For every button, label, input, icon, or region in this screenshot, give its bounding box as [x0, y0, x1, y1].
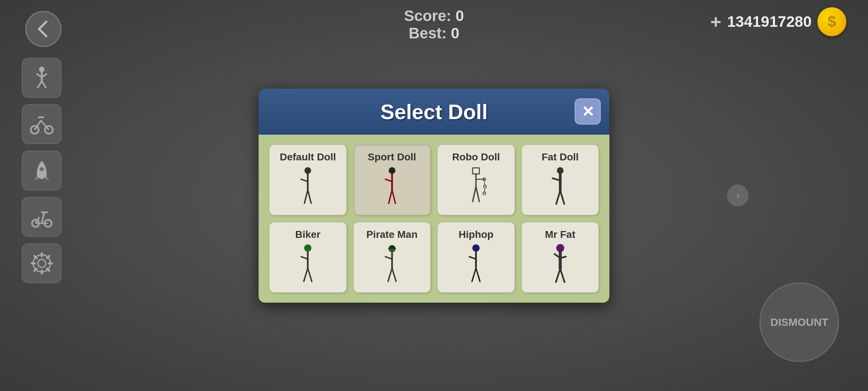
doll-figure-default	[275, 167, 341, 210]
svg-line-31	[301, 179, 308, 181]
scroll-indicator: ›	[727, 185, 749, 206]
doll-svg-biker	[292, 244, 324, 287]
scooter-icon	[30, 205, 54, 229]
best-value: 0	[451, 25, 459, 42]
svg-line-63	[392, 268, 396, 281]
svg-line-36	[385, 179, 392, 181]
doll-grid: Default Doll Sport Doll	[269, 145, 599, 293]
currency-amount: 1341917280	[727, 13, 812, 30]
best-text: Best:	[409, 25, 447, 42]
svg-point-54	[304, 244, 311, 251]
svg-line-73	[556, 269, 560, 282]
svg-point-42	[483, 178, 486, 180]
doll-figure-robo	[443, 167, 510, 210]
sidebar-item-scooter[interactable]	[22, 197, 61, 237]
gear-icon	[30, 252, 54, 275]
svg-line-32	[305, 190, 308, 203]
coin-icon: $	[817, 7, 846, 36]
doll-svg-default	[292, 167, 324, 210]
doll-svg-pirate	[376, 244, 408, 287]
doll-svg-hiphop	[460, 244, 492, 287]
select-doll-modal: Select Doll ✕ Default Doll	[259, 89, 609, 303]
svg-line-37	[389, 190, 392, 203]
svg-line-56	[301, 257, 308, 259]
bike-icon	[30, 113, 54, 136]
svg-point-20	[38, 259, 46, 267]
walk-icon	[30, 66, 54, 90]
doll-name-pirate: Pirate Man	[366, 229, 418, 240]
svg-line-38	[392, 190, 395, 203]
sidebar-item-walk[interactable]	[22, 58, 61, 98]
best-label: Best: 0	[404, 25, 464, 42]
dismount-label: DISMOUNT	[770, 316, 828, 328]
doll-card-default[interactable]: Default Doll	[269, 145, 346, 215]
score-label: Score: 0	[404, 7, 464, 25]
back-button[interactable]	[25, 11, 61, 47]
doll-svg-robo	[460, 167, 492, 210]
score-value: 0	[456, 7, 464, 24]
svg-rect-39	[473, 168, 479, 174]
svg-point-44	[484, 185, 486, 188]
svg-point-46	[483, 192, 486, 194]
svg-line-61	[385, 257, 392, 259]
svg-line-62	[388, 268, 392, 281]
doll-name-robo: Robo Doll	[452, 151, 500, 163]
svg-line-33	[308, 190, 311, 203]
svg-line-66	[469, 257, 476, 259]
score-area: Score: 0 Best: 0	[404, 7, 464, 42]
doll-figure-pirate	[359, 244, 426, 287]
doll-card-hiphop[interactable]: Hiphop	[438, 222, 515, 293]
svg-line-74	[560, 269, 565, 282]
doll-name-hiphop: Hiphop	[459, 229, 493, 240]
doll-card-robo[interactable]: Robo Doll	[438, 145, 515, 215]
dismount-button[interactable]: DISMOUNT	[760, 282, 839, 362]
doll-svg-mrfat	[544, 244, 576, 287]
svg-line-67	[472, 268, 476, 281]
svg-line-48	[476, 186, 479, 202]
doll-svg-sport	[376, 167, 408, 210]
doll-figure-fat	[527, 167, 594, 210]
svg-point-29	[305, 167, 311, 173]
modal-header: Select Doll ✕	[259, 89, 609, 135]
sidebar-item-gear[interactable]	[22, 243, 61, 283]
score-text: Score:	[404, 7, 451, 24]
svg-line-47	[473, 186, 476, 202]
sidebar	[22, 58, 61, 283]
svg-point-34	[389, 167, 395, 173]
svg-line-53	[560, 190, 564, 204]
doll-card-pirate[interactable]: Pirate Man	[354, 222, 431, 293]
doll-name-sport: Sport Doll	[368, 151, 416, 163]
doll-figure-hiphop	[443, 244, 510, 287]
svg-point-64	[472, 244, 480, 251]
doll-name-biker: Biker	[295, 229, 320, 240]
svg-line-16	[42, 213, 44, 223]
doll-name-fat: Fat Doll	[541, 151, 579, 163]
sidebar-item-rocket[interactable]	[22, 151, 61, 190]
doll-figure-sport	[359, 167, 426, 210]
doll-name-mrfat: Mr Fat	[545, 229, 575, 240]
svg-point-6	[31, 126, 39, 134]
doll-card-sport[interactable]: Sport Doll	[354, 145, 431, 215]
doll-card-fat[interactable]: Fat Doll	[522, 145, 599, 215]
svg-line-52	[556, 190, 560, 204]
back-icon	[33, 18, 54, 40]
svg-line-57	[304, 268, 308, 281]
sidebar-item-bike[interactable]	[22, 104, 61, 144]
add-currency-button[interactable]: +	[710, 11, 721, 33]
svg-line-4	[38, 81, 42, 87]
modal-title: Select Doll	[380, 100, 488, 124]
doll-card-mrfat[interactable]: Mr Fat	[522, 222, 599, 293]
doll-figure-biker	[275, 244, 341, 287]
svg-line-5	[42, 81, 46, 87]
doll-name-default: Default Doll	[280, 151, 336, 163]
svg-line-68	[476, 268, 480, 281]
doll-figure-mrfat	[527, 244, 594, 287]
currency-area: + 1341917280 $	[710, 7, 846, 36]
rocket-icon	[30, 159, 54, 182]
doll-card-biker[interactable]: Biker	[269, 222, 346, 293]
svg-point-12	[40, 167, 44, 171]
doll-svg-fat	[544, 167, 576, 210]
svg-line-58	[308, 268, 312, 281]
modal-body: Default Doll Sport Doll	[259, 135, 609, 303]
modal-close-button[interactable]: ✕	[575, 98, 601, 125]
